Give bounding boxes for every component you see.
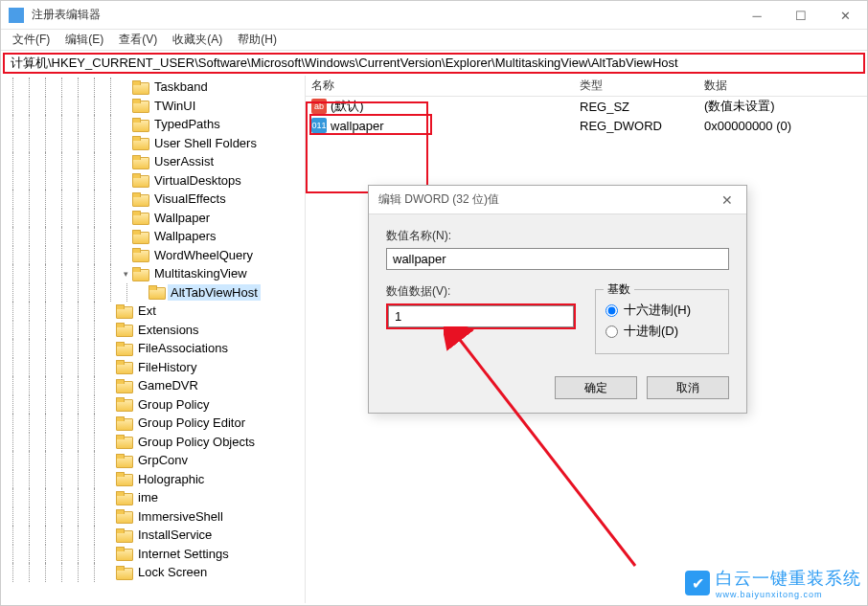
chevron-right-icon[interactable] xyxy=(103,304,116,318)
menu-file[interactable]: 文件(F) xyxy=(5,30,57,50)
tree-item[interactable]: TypedPaths xyxy=(1,115,305,134)
values-list[interactable]: ab(默认)REG_SZ(数值未设置)011wallpaperREG_DWORD… xyxy=(306,97,867,135)
watermark-url: www.baiyunxitong.com xyxy=(716,590,861,599)
radix-hex-row[interactable]: 十六进制(H) xyxy=(605,302,719,319)
chevron-right-icon[interactable] xyxy=(103,379,116,393)
tree-item[interactable]: Group Policy Objects xyxy=(1,433,305,452)
chevron-right-icon[interactable] xyxy=(119,80,132,94)
ok-button[interactable]: 确定 xyxy=(555,376,637,399)
chevron-right-icon[interactable] xyxy=(103,566,116,579)
menu-help[interactable]: 帮助(H) xyxy=(230,30,285,50)
edit-dword-dialog: 编辑 DWORD (32 位)值 ✕ 数值名称(N): 数值数据(V): 基数 … xyxy=(368,185,747,414)
tree-item[interactable]: GameDVR xyxy=(1,376,305,395)
col-data[interactable]: 数据 xyxy=(698,76,867,96)
chevron-right-icon[interactable] xyxy=(103,547,116,560)
value-name-input[interactable] xyxy=(386,248,729,270)
chevron-right-icon[interactable] xyxy=(119,173,132,187)
menu-edit[interactable]: 编辑(E) xyxy=(57,30,111,50)
tree-item[interactable]: User Shell Folders xyxy=(1,134,305,153)
tree-item[interactable]: ▾MultitaskingView xyxy=(1,264,305,283)
value-data: (数值未设置) xyxy=(698,98,867,115)
chevron-right-icon[interactable] xyxy=(135,285,148,299)
tree-item[interactable]: InstallService xyxy=(1,526,305,545)
menu-favorites[interactable]: 收藏夹(A) xyxy=(165,30,230,50)
tree-label: MultitaskingView xyxy=(151,265,250,281)
chevron-down-icon[interactable]: ▾ xyxy=(119,267,132,281)
close-button[interactable]: ✕ xyxy=(823,1,867,30)
chevron-right-icon[interactable] xyxy=(103,472,116,485)
folder-icon xyxy=(132,230,148,243)
chevron-right-icon[interactable] xyxy=(103,397,116,411)
chevron-right-icon[interactable] xyxy=(103,342,116,355)
tree-item[interactable]: VisualEffects xyxy=(1,190,305,209)
tree-item[interactable]: Holographic xyxy=(1,470,305,489)
chevron-right-icon[interactable] xyxy=(103,454,116,467)
chevron-right-icon[interactable] xyxy=(103,323,116,336)
value-row[interactable]: ab(默认)REG_SZ(数值未设置) xyxy=(306,97,867,116)
tree-item[interactable]: WordWheelQuery xyxy=(1,246,305,265)
col-type[interactable]: 类型 xyxy=(574,76,698,96)
tree-label: GameDVR xyxy=(135,377,201,393)
dword-value-icon: 011 xyxy=(311,118,327,133)
folder-icon xyxy=(116,379,131,393)
radix-fieldset: 基数 十六进制(H) 十进制(D) xyxy=(595,289,729,354)
minimize-button[interactable]: ─ xyxy=(735,1,779,30)
chevron-right-icon[interactable] xyxy=(103,528,116,542)
radix-hex-label: 十六进制(H) xyxy=(624,302,691,319)
tree-item[interactable]: FileAssociations xyxy=(1,339,305,358)
tree-item[interactable]: Extensions xyxy=(1,321,305,340)
chevron-right-icon[interactable] xyxy=(119,211,132,224)
tree-item[interactable]: Taskband xyxy=(1,78,305,97)
folder-icon xyxy=(116,416,131,430)
tree-label: AltTabViewHost xyxy=(168,284,261,301)
tree-item[interactable]: ime xyxy=(1,488,305,507)
chevron-right-icon[interactable] xyxy=(103,435,116,448)
tree-item[interactable]: Lock Screen xyxy=(1,563,305,582)
tree-item[interactable]: Ext xyxy=(1,302,305,321)
tree-item[interactable]: Group Policy xyxy=(1,395,305,415)
chevron-right-icon[interactable] xyxy=(103,491,116,505)
tree-item[interactable]: Group Policy Editor xyxy=(1,414,305,433)
value-name: wallpaper xyxy=(331,119,384,133)
menu-view[interactable]: 查看(V) xyxy=(111,30,165,50)
chevron-right-icon[interactable] xyxy=(119,230,132,243)
dialog-close-button[interactable]: ✕ xyxy=(718,192,737,208)
tree-item[interactable]: VirtualDesktops xyxy=(1,171,305,191)
registry-tree[interactable]: TaskbandTWinUITypedPathsUser Shell Folde… xyxy=(1,76,305,582)
value-row[interactable]: 011wallpaperREG_DWORD0x00000000 (0) xyxy=(306,116,867,135)
tree-item[interactable]: AltTabViewHost xyxy=(1,283,305,303)
tree-label: UserAssist xyxy=(151,153,217,169)
radix-hex-radio[interactable] xyxy=(605,304,618,317)
radix-dec-radio[interactable] xyxy=(605,325,618,338)
tree-label: Taskband xyxy=(151,79,211,95)
chevron-right-icon[interactable] xyxy=(119,192,132,206)
tree-item[interactable]: Wallpaper xyxy=(1,209,305,228)
chevron-right-icon[interactable] xyxy=(119,248,132,261)
window-controls: ─ ☐ ✕ xyxy=(735,1,867,29)
tree-item[interactable]: ImmersiveShell xyxy=(1,507,305,527)
tree-item[interactable]: Internet Settings xyxy=(1,545,305,564)
maximize-button[interactable]: ☐ xyxy=(779,1,823,30)
watermark-text: 白云一键重装系统 xyxy=(716,567,861,590)
address-bar[interactable]: 计算机\HKEY_CURRENT_USER\Software\Microsoft… xyxy=(3,53,865,74)
chevron-right-icon[interactable] xyxy=(103,509,116,523)
chevron-right-icon[interactable] xyxy=(103,416,116,430)
chevron-right-icon[interactable] xyxy=(119,155,132,168)
radix-dec-row[interactable]: 十进制(D) xyxy=(605,323,719,340)
tree-item[interactable]: FileHistory xyxy=(1,358,305,377)
tree-item[interactable]: TWinUI xyxy=(1,97,305,116)
tree-item[interactable]: GrpConv xyxy=(1,451,305,470)
cancel-button[interactable]: 取消 xyxy=(647,376,729,399)
chevron-right-icon[interactable] xyxy=(119,136,132,149)
watermark: ✔ 白云一键重装系统 www.baiyunxitong.com xyxy=(685,567,861,599)
chevron-right-icon[interactable] xyxy=(119,99,132,112)
col-name[interactable]: 名称 xyxy=(306,76,574,96)
chevron-right-icon[interactable] xyxy=(119,118,132,131)
value-data-input[interactable] xyxy=(388,305,574,327)
tree-label: TWinUI xyxy=(151,98,198,114)
chevron-right-icon[interactable] xyxy=(103,360,116,373)
folder-icon xyxy=(132,248,148,261)
tree-item[interactable]: Wallpapers xyxy=(1,227,305,246)
radix-dec-label: 十进制(D) xyxy=(624,323,678,340)
tree-item[interactable]: UserAssist xyxy=(1,152,305,171)
